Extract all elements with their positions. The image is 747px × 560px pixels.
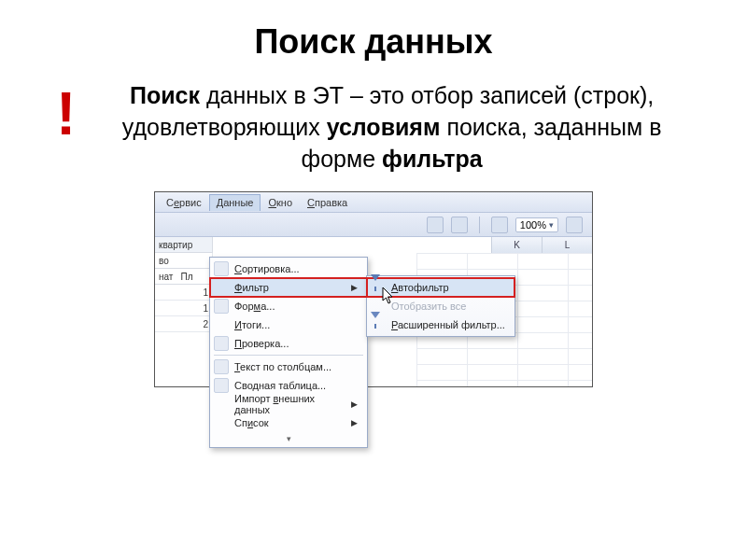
chevron-down-icon: ▾ [287, 434, 291, 443]
submenu-item-label: Отобразить все [391, 301, 466, 312]
submenu-arrow-icon: ▶ [351, 418, 358, 427]
submenu-arrow-icon: ▶ [351, 399, 358, 409]
menubar: Сервис Данные Окно Справка [155, 192, 592, 213]
menu-service[interactable]: Сервис [159, 194, 209, 211]
cell-text: Пл [180, 269, 192, 284]
submenu-arrow-icon: ▶ [351, 283, 358, 292]
menu-help[interactable]: Справка [300, 194, 355, 211]
pivot-icon [214, 378, 229, 393]
validation-icon [214, 336, 229, 351]
menu-item-form[interactable]: Форма... [210, 297, 367, 315]
zoom-value: 100% [520, 219, 546, 231]
worksheet-area: K L квартир во нат Пл 1 1 2 Сортировка..… [155, 237, 592, 386]
menu-data[interactable]: Данные [209, 194, 261, 211]
menu-item-subtotals[interactable]: Итоги... [210, 315, 367, 334]
menu-item-import-external[interactable]: Импорт внешних данных▶ [210, 395, 367, 413]
content-row: ! Поиск данных в ЭТ – это отбор записей … [0, 62, 747, 175]
sort-icon [214, 261, 229, 276]
menu-item-label: Форма... [234, 301, 275, 312]
toolbar-separator [479, 217, 480, 233]
col-header[interactable]: L [542, 237, 592, 253]
form-icon [214, 299, 229, 314]
menu-item-label: Сортировка... [234, 263, 300, 274]
submenu-item-label: Расширенный фильтр... [391, 319, 505, 330]
menu-item-label: Фильтр [234, 282, 269, 293]
submenu-item-label: Автофильтр [391, 282, 449, 293]
definition-paragraph: Поиск данных в ЭТ – это отбор записей (с… [92, 80, 691, 175]
menu-item-label: Проверка... [234, 338, 289, 349]
cell-text: нат [159, 269, 173, 284]
menu-separator [214, 355, 363, 356]
cell[interactable]: 2 [155, 316, 213, 332]
menu-window[interactable]: Окно [261, 194, 300, 211]
menu-item-sort[interactable]: Сортировка... [210, 259, 367, 278]
menu-item-text-to-columns[interactable]: Текст по столбцам... [210, 357, 367, 376]
data-menu-dropdown: Сортировка... Фильтр▶ Форма... Итоги... … [209, 257, 368, 448]
column-headers: K L [491, 237, 592, 253]
toolbar-button-icon[interactable] [451, 217, 468, 233]
toolbar: 100% ▾ [155, 213, 592, 237]
filter-submenu: Автофильтр Отобразить все Расширенный фи… [366, 275, 515, 337]
toolbar-button-icon[interactable] [491, 217, 508, 233]
menu-item-label: Итоги... [234, 319, 270, 330]
slide-title: Поиск данных [0, 0, 747, 62]
menu-item-label: Сводная таблица... [234, 380, 326, 391]
text-columns-icon [214, 359, 229, 374]
submenu-item-autofilter[interactable]: Автофильтр [367, 278, 514, 297]
menu-item-filter[interactable]: Фильтр▶ [210, 278, 367, 297]
advanced-filter-icon [371, 318, 384, 331]
toolbar-button-icon[interactable] [427, 217, 444, 233]
cell-fragment: нат Пл [155, 269, 213, 285]
menu-item-label: Импорт внешних данных [234, 393, 351, 415]
zoom-combo[interactable]: 100% ▾ [515, 217, 558, 232]
cell[interactable]: 1 [155, 285, 213, 301]
cell-fragment: во [155, 253, 213, 269]
chevron-down-icon: ▾ [549, 220, 554, 230]
cell[interactable]: 1 [155, 301, 213, 316]
toolbar-button-icon[interactable] [566, 217, 583, 233]
submenu-item-advanced-filter[interactable]: Расширенный фильтр... [367, 315, 514, 334]
attention-mark: ! [56, 84, 76, 144]
left-visible-cells: квартир во нат Пл 1 1 2 [155, 237, 213, 332]
cell-fragment: квартир [155, 237, 213, 253]
menu-item-validation[interactable]: Проверка... [210, 334, 367, 353]
menu-item-label: Текст по столбцам... [234, 361, 331, 372]
excel-screenshot: Сервис Данные Окно Справка 100% ▾ K L кв… [154, 191, 593, 387]
menu-item-list[interactable]: Список▶ [210, 413, 367, 432]
submenu-item-show-all: Отобразить все [367, 297, 514, 315]
menu-item-label: Список [234, 417, 269, 428]
col-header[interactable]: K [491, 237, 542, 253]
menu-item-pivot-table[interactable]: Сводная таблица... [210, 376, 367, 395]
menu-expand-chevron[interactable]: ▾ [210, 432, 367, 445]
funnel-icon [371, 281, 384, 294]
